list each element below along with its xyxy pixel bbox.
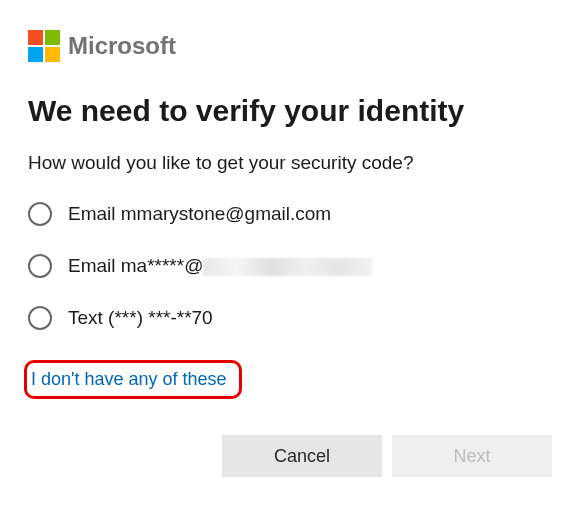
highlight-annotation: I don't have any of these [24,360,242,399]
option-label-prefix: Email ma*****@ [68,255,203,276]
verify-option-email-1[interactable]: Email mmarystone@gmail.com [28,202,552,226]
button-row: Cancel Next [28,435,552,477]
next-button: Next [392,435,552,477]
option-label: Email ma*****@ [68,255,373,277]
verify-option-text[interactable]: Text (***) ***-**70 [28,306,552,330]
brand-header: Microsoft [28,30,552,62]
radio-icon [28,254,52,278]
radio-icon [28,202,52,226]
option-label: Email mmarystone@gmail.com [68,203,331,225]
brand-name: Microsoft [68,32,176,60]
verify-option-email-2[interactable]: Email ma*****@ [28,254,552,278]
microsoft-logo-icon [28,30,60,62]
page-title: We need to verify your identity [28,94,552,128]
cancel-button[interactable]: Cancel [222,435,382,477]
page-subtitle: How would you like to get your security … [28,152,552,174]
option-label: Text (***) ***-**70 [68,307,213,329]
radio-icon [28,306,52,330]
no-access-link[interactable]: I don't have any of these [31,369,227,389]
obscured-text [203,258,373,276]
